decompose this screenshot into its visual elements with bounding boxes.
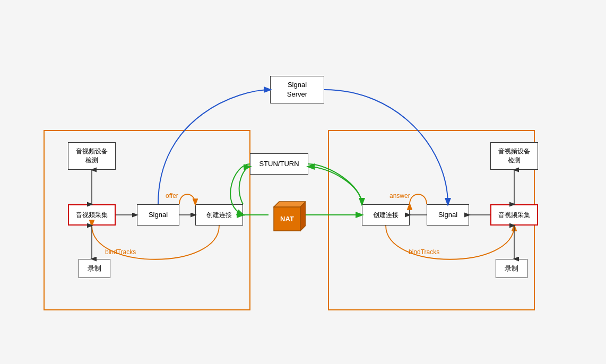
blue-arrow-server-to-right: [324, 90, 448, 204]
green-arrow-stun-to-right-conn: [308, 164, 362, 204]
orange-arrow-answer: [410, 194, 427, 204]
green-arrow-stun-to-left-conn: [230, 164, 250, 215]
orange-arrow-offer: [179, 194, 195, 204]
blue-arrow-left-to-server: [158, 90, 270, 204]
arrows-svg: [0, 0, 606, 364]
green-arrow-left-conn-to-stun: [239, 167, 250, 204]
orange-arrow-bind-tracks-left: [92, 226, 219, 259]
orange-arrow-bind-tracks-right: [386, 226, 514, 259]
diagram-container: Signal Server STUN/TURN 音视频设备 检测 音视频采集 S…: [0, 0, 606, 364]
